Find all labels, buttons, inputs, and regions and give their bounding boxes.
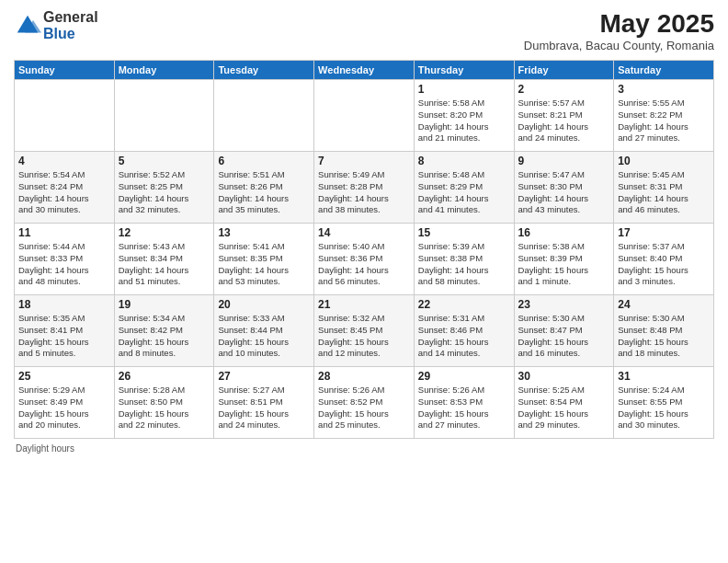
day-number: 16 bbox=[518, 226, 610, 239]
calendar-cell bbox=[15, 80, 115, 152]
day-number: 4 bbox=[18, 155, 110, 167]
day-info: Sunrise: 5:55 AM Sunset: 8:22 PM Dayligh… bbox=[618, 98, 710, 144]
calendar-cell: 8Sunrise: 5:48 AM Sunset: 8:29 PM Daylig… bbox=[414, 152, 514, 224]
subtitle: Dumbrava, Bacau County, Romania bbox=[524, 39, 714, 52]
calendar-cell: 4Sunrise: 5:54 AM Sunset: 8:24 PM Daylig… bbox=[15, 152, 115, 224]
day-info: Sunrise: 5:34 AM Sunset: 8:42 PM Dayligh… bbox=[119, 313, 210, 360]
day-info: Sunrise: 5:29 AM Sunset: 8:49 PM Dayligh… bbox=[18, 385, 110, 431]
calendar-cell: 6Sunrise: 5:51 AM Sunset: 8:26 PM Daylig… bbox=[214, 152, 314, 224]
day-number: 31 bbox=[618, 370, 710, 383]
calendar-week-1: 4Sunrise: 5:54 AM Sunset: 8:24 PM Daylig… bbox=[15, 152, 714, 224]
calendar-cell: 1Sunrise: 5:58 AM Sunset: 8:20 PM Daylig… bbox=[414, 80, 514, 152]
calendar-cell: 25Sunrise: 5:29 AM Sunset: 8:49 PM Dayli… bbox=[15, 367, 115, 439]
day-number: 6 bbox=[218, 155, 310, 167]
day-info: Sunrise: 5:52 AM Sunset: 8:25 PM Dayligh… bbox=[119, 169, 210, 216]
calendar-cell: 15Sunrise: 5:39 AM Sunset: 8:38 PM Dayli… bbox=[414, 224, 514, 295]
day-number: 23 bbox=[518, 298, 610, 311]
day-number: 15 bbox=[418, 226, 510, 239]
day-number: 19 bbox=[119, 298, 210, 311]
calendar-week-4: 25Sunrise: 5:29 AM Sunset: 8:49 PM Dayli… bbox=[15, 367, 714, 439]
day-info: Sunrise: 5:44 AM Sunset: 8:33 PM Dayligh… bbox=[18, 241, 110, 288]
day-info: Sunrise: 5:37 AM Sunset: 8:40 PM Dayligh… bbox=[618, 241, 710, 288]
day-info: Sunrise: 5:30 AM Sunset: 8:47 PM Dayligh… bbox=[518, 313, 610, 360]
calendar-cell: 19Sunrise: 5:34 AM Sunset: 8:42 PM Dayli… bbox=[114, 295, 214, 367]
calendar-cell bbox=[214, 80, 314, 152]
day-info: Sunrise: 5:39 AM Sunset: 8:38 PM Dayligh… bbox=[418, 241, 510, 288]
day-number: 27 bbox=[218, 370, 310, 383]
page: General Blue May 2025 Dumbrava, Bacau Co… bbox=[0, 0, 728, 563]
day-info: Sunrise: 5:28 AM Sunset: 8:50 PM Dayligh… bbox=[119, 385, 210, 431]
calendar-cell: 13Sunrise: 5:41 AM Sunset: 8:35 PM Dayli… bbox=[214, 224, 314, 295]
calendar-cell: 20Sunrise: 5:33 AM Sunset: 8:44 PM Dayli… bbox=[214, 295, 314, 367]
day-info: Sunrise: 5:35 AM Sunset: 8:41 PM Dayligh… bbox=[18, 313, 110, 360]
day-info: Sunrise: 5:33 AM Sunset: 8:44 PM Dayligh… bbox=[218, 313, 310, 360]
calendar-cell: 18Sunrise: 5:35 AM Sunset: 8:41 PM Dayli… bbox=[15, 295, 115, 367]
main-title: May 2025 bbox=[524, 9, 714, 39]
calendar-week-3: 18Sunrise: 5:35 AM Sunset: 8:41 PM Dayli… bbox=[15, 295, 714, 367]
day-info: Sunrise: 5:40 AM Sunset: 8:36 PM Dayligh… bbox=[318, 241, 410, 288]
day-info: Sunrise: 5:48 AM Sunset: 8:29 PM Dayligh… bbox=[418, 169, 510, 216]
day-info: Sunrise: 5:51 AM Sunset: 8:26 PM Dayligh… bbox=[218, 169, 310, 216]
day-number: 9 bbox=[518, 155, 610, 167]
day-number: 21 bbox=[318, 298, 410, 311]
calendar-cell: 3Sunrise: 5:55 AM Sunset: 8:22 PM Daylig… bbox=[614, 80, 714, 152]
col-monday: Monday bbox=[114, 61, 214, 80]
col-wednesday: Wednesday bbox=[314, 61, 415, 80]
day-number: 28 bbox=[318, 370, 410, 383]
calendar-cell: 30Sunrise: 5:25 AM Sunset: 8:54 PM Dayli… bbox=[514, 367, 614, 439]
day-info: Sunrise: 5:27 AM Sunset: 8:51 PM Dayligh… bbox=[218, 385, 310, 431]
day-info: Sunrise: 5:24 AM Sunset: 8:55 PM Dayligh… bbox=[618, 385, 710, 431]
day-number: 25 bbox=[18, 370, 110, 383]
footer: Daylight hours bbox=[14, 443, 714, 454]
logo: General Blue bbox=[14, 9, 98, 41]
day-number: 11 bbox=[18, 226, 110, 239]
calendar-cell: 21Sunrise: 5:32 AM Sunset: 8:45 PM Dayli… bbox=[314, 295, 415, 367]
day-info: Sunrise: 5:45 AM Sunset: 8:31 PM Dayligh… bbox=[618, 169, 710, 216]
day-number: 29 bbox=[418, 370, 510, 383]
day-number: 22 bbox=[418, 298, 510, 311]
day-info: Sunrise: 5:30 AM Sunset: 8:48 PM Dayligh… bbox=[618, 313, 710, 360]
logo-general: General bbox=[43, 9, 98, 26]
calendar-cell: 17Sunrise: 5:37 AM Sunset: 8:40 PM Dayli… bbox=[614, 224, 714, 295]
day-info: Sunrise: 5:26 AM Sunset: 8:52 PM Dayligh… bbox=[318, 385, 410, 431]
day-info: Sunrise: 5:25 AM Sunset: 8:54 PM Dayligh… bbox=[518, 385, 610, 431]
day-number: 8 bbox=[418, 155, 510, 167]
calendar-cell: 2Sunrise: 5:57 AM Sunset: 8:21 PM Daylig… bbox=[514, 80, 614, 152]
calendar-cell bbox=[114, 80, 214, 152]
day-number: 14 bbox=[318, 226, 410, 239]
day-info: Sunrise: 5:43 AM Sunset: 8:34 PM Dayligh… bbox=[119, 241, 210, 288]
calendar-cell: 29Sunrise: 5:26 AM Sunset: 8:53 PM Dayli… bbox=[414, 367, 514, 439]
day-number: 20 bbox=[218, 298, 310, 311]
day-number: 17 bbox=[618, 226, 710, 239]
day-info: Sunrise: 5:57 AM Sunset: 8:21 PM Dayligh… bbox=[518, 98, 610, 144]
day-number: 26 bbox=[119, 370, 210, 383]
day-number: 12 bbox=[119, 226, 210, 239]
day-info: Sunrise: 5:26 AM Sunset: 8:53 PM Dayligh… bbox=[418, 385, 510, 431]
col-saturday: Saturday bbox=[614, 61, 714, 80]
calendar-cell: 24Sunrise: 5:30 AM Sunset: 8:48 PM Dayli… bbox=[614, 295, 714, 367]
calendar-cell: 12Sunrise: 5:43 AM Sunset: 8:34 PM Dayli… bbox=[114, 224, 214, 295]
header: General Blue May 2025 Dumbrava, Bacau Co… bbox=[14, 9, 714, 52]
day-number: 2 bbox=[518, 83, 610, 96]
calendar-cell bbox=[314, 80, 415, 152]
day-number: 3 bbox=[618, 83, 710, 96]
logo-icon bbox=[14, 12, 41, 40]
calendar-cell: 22Sunrise: 5:31 AM Sunset: 8:46 PM Dayli… bbox=[414, 295, 514, 367]
logo-text: General Blue bbox=[43, 9, 98, 41]
day-info: Sunrise: 5:58 AM Sunset: 8:20 PM Dayligh… bbox=[418, 98, 510, 144]
day-number: 10 bbox=[618, 155, 710, 167]
day-info: Sunrise: 5:47 AM Sunset: 8:30 PM Dayligh… bbox=[518, 169, 610, 216]
col-tuesday: Tuesday bbox=[214, 61, 314, 80]
day-number: 5 bbox=[119, 155, 210, 167]
col-thursday: Thursday bbox=[414, 61, 514, 80]
calendar-cell: 11Sunrise: 5:44 AM Sunset: 8:33 PM Dayli… bbox=[15, 224, 115, 295]
calendar-cell: 16Sunrise: 5:38 AM Sunset: 8:39 PM Dayli… bbox=[514, 224, 614, 295]
day-number: 24 bbox=[618, 298, 710, 311]
title-area: May 2025 Dumbrava, Bacau County, Romania bbox=[524, 9, 714, 52]
calendar-cell: 26Sunrise: 5:28 AM Sunset: 8:50 PM Dayli… bbox=[114, 367, 214, 439]
calendar-table: Sunday Monday Tuesday Wednesday Thursday… bbox=[14, 60, 714, 439]
day-info: Sunrise: 5:31 AM Sunset: 8:46 PM Dayligh… bbox=[418, 313, 510, 360]
calendar-cell: 28Sunrise: 5:26 AM Sunset: 8:52 PM Dayli… bbox=[314, 367, 415, 439]
col-sunday: Sunday bbox=[15, 61, 115, 80]
day-info: Sunrise: 5:32 AM Sunset: 8:45 PM Dayligh… bbox=[318, 313, 410, 360]
